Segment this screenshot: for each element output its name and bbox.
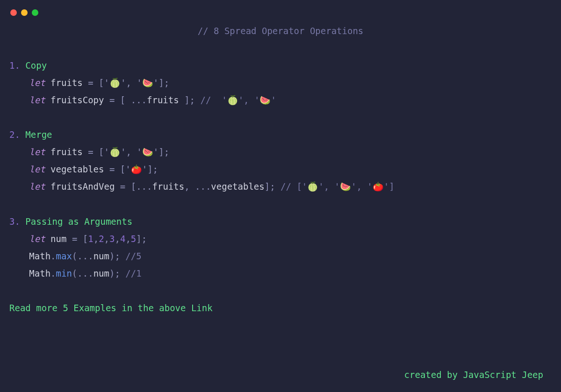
window-titlebar: [0, 0, 561, 20]
code-line: let vegetables = ['🍅'];: [9, 161, 552, 178]
code-line: let fruits = ['🍈', '🍉'];: [9, 74, 552, 92]
minimize-dot-icon[interactable]: [21, 9, 28, 16]
blank-line: [9, 282, 552, 299]
blank-line: [9, 195, 552, 213]
credit-text: created by JavaScript Jeep: [404, 366, 543, 384]
blank-line: [9, 109, 552, 126]
zoom-dot-icon[interactable]: [32, 9, 38, 16]
code-line: let fruits = ['🍈', '🍉'];: [9, 143, 552, 161]
code-line: Math.min(...num); //1: [9, 265, 552, 282]
code-line: Math.max(...num); //5: [9, 248, 552, 265]
close-dot-icon[interactable]: [10, 9, 17, 16]
code-line: let fruitsAndVeg = [...fruits, ...vegeta…: [9, 178, 552, 195]
footer-text: Read more 5 Examples in the above Link: [9, 299, 552, 317]
blank-line: [9, 40, 552, 57]
section-3-heading: 3. Passing as Arguments: [9, 213, 552, 230]
code-line: let fruitsCopy = [ ...fruits ]; // '🍈', …: [9, 92, 552, 109]
code-area: // 8 Spread Operator Operations 1. Copy …: [0, 20, 561, 317]
title-comment: // 8 Spread Operator Operations: [9, 22, 552, 40]
code-line: let num = [1,2,3,4,5];: [9, 230, 552, 248]
section-2-heading: 2. Merge: [9, 126, 552, 143]
section-1-heading: 1. Copy: [9, 57, 552, 74]
